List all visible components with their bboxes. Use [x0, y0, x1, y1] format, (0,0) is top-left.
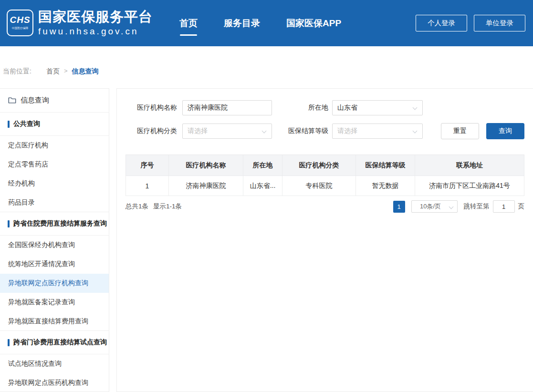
settlement-level-select[interactable]: 请选择 — [332, 124, 423, 139]
query-button[interactable]: 查询 — [486, 123, 524, 139]
nav-home[interactable]: 首页 — [179, 17, 198, 30]
sidebar-item-label: 定点零售药店 — [8, 160, 48, 169]
sidebar-item-label: 药品目录 — [8, 198, 35, 207]
institution-name-input[interactable] — [182, 100, 272, 115]
sidebar-section-cross-province-inpatient: 跨省住院费用直接结算服务查询 — [0, 212, 109, 236]
col-category: 医疗机构分类 — [282, 155, 356, 176]
sidebar-title[interactable]: 信息查询 — [0, 89, 109, 113]
institution-category-label: 医疗机构分类 — [137, 127, 182, 135]
category-select-placeholder: 请选择 — [188, 127, 208, 135]
sidebar-item-national-agency-query[interactable]: 全国医保经办机构查询 — [0, 236, 109, 255]
sidebar-item-designated-medical-institutions[interactable]: 定点医疗机构 — [0, 136, 109, 155]
sidebar-item-label: 统筹地区开通情况查询 — [8, 260, 75, 268]
institution-category-select[interactable]: 请选择 — [182, 124, 272, 139]
page-jump: 跳转至第 页 — [464, 200, 525, 213]
sidebar-title-label: 信息查询 — [21, 96, 49, 105]
main-nav: 首页 服务目录 国家医保APP — [179, 17, 341, 30]
sidebar-item-remote-networked-medical-institution-query[interactable]: 异地联网定点医疗机构查询 — [0, 274, 109, 293]
logo-subtext: 中国医疗保障 — [12, 27, 29, 31]
chevron-down-icon — [449, 205, 453, 209]
brand-logo[interactable]: CHS 中国医疗保障 国家医保服务平台 fuwu.nhsa.gov.cn — [7, 10, 153, 37]
col-institution-name: 医疗机构名称 — [169, 155, 243, 176]
col-settlement-level: 医保结算等级 — [356, 155, 415, 176]
main-panel: 医疗机构名称 所在地 山东省 医疗机构分类 请选择 医保结算等级 请选择 重置 … — [116, 88, 533, 392]
logo-text: CHS — [10, 15, 30, 25]
personal-login-button[interactable]: 个人登录 — [416, 15, 467, 31]
jump-prefix-label: 跳转至第 — [464, 202, 490, 211]
breadcrumb-prefix: 当前位置: — [3, 67, 31, 76]
page-1-button[interactable]: 1 — [393, 201, 405, 213]
table-header: 序号 医疗机构名称 所在地 医疗机构分类 医保结算等级 联系地址 — [126, 155, 524, 176]
sidebar-item-label: 全国医保经办机构查询 — [8, 241, 75, 249]
chevron-down-icon — [262, 129, 267, 134]
content-area: 信息查询 公共查询 定点医疗机构 定点零售药店 经办机构 药品目录 跨省住院费用… — [0, 88, 533, 392]
results-table: 序号 医疗机构名称 所在地 医疗机构分类 医保结算等级 联系地址 1 济南神康医… — [125, 155, 524, 196]
sidebar-item-handling-agencies[interactable]: 经办机构 — [0, 174, 109, 193]
jump-page-input[interactable] — [493, 200, 515, 213]
sidebar-item-remote-filing-record-query[interactable]: 异地就医备案记录查询 — [0, 293, 109, 312]
settlement-level-label: 医保结算等级 — [272, 127, 332, 135]
location-label: 所在地 — [272, 103, 332, 112]
cell-location: 山东省... — [243, 176, 282, 196]
page-size-select[interactable]: 10条/页 — [411, 200, 458, 213]
col-location: 所在地 — [243, 155, 282, 176]
breadcrumb: 当前位置: 首页 > 信息查询 — [0, 46, 533, 88]
search-form-row-1: 医疗机构名称 所在地 山东省 — [125, 100, 524, 115]
sidebar-section-public-query: 公共查询 — [0, 112, 109, 136]
sidebar-item-label: 异地联网定点医疗机构查询 — [8, 279, 88, 288]
table-body: 1 济南神康医院 山东省... 专科医院 暂无数据 济南市历下区工业南路41号 — [126, 176, 524, 196]
sidebar-item-label: 异地联网定点医药机构查询 — [8, 379, 88, 387]
chevron-down-icon — [413, 105, 418, 110]
sidebar-item-designated-retail-pharmacies[interactable]: 定点零售药店 — [0, 155, 109, 174]
sidebar-item-region-opening-query[interactable]: 统筹地区开通情况查询 — [0, 255, 109, 274]
breadcrumb-home-link[interactable]: 首页 — [46, 67, 60, 76]
total-count-text: 总共1条 — [125, 202, 148, 211]
section-heading-label: 跨省住院费用直接结算服务查询 — [13, 219, 107, 228]
table-header-row: 序号 医疗机构名称 所在地 医疗机构分类 医保结算等级 联系地址 — [126, 155, 524, 176]
nav-service-catalog[interactable]: 服务目录 — [224, 17, 260, 30]
section-heading-label: 跨省门诊费用直接结算试点查询 — [13, 338, 107, 347]
section-heading-label: 公共查询 — [13, 120, 40, 128]
pagination-controls: 1 10条/页 跳转至第 页 — [393, 200, 525, 213]
range-text: 显示1-1条 — [153, 202, 182, 211]
location-select[interactable]: 山东省 — [332, 100, 423, 115]
sidebar-item-remote-settlement-fee-query[interactable]: 异地就医直接结算费用查询 — [0, 312, 109, 331]
sidebar-item-label: 经办机构 — [8, 179, 35, 188]
pagination-bar: 总共1条 显示1-1条 1 10条/页 跳转至第 页 — [125, 200, 524, 213]
nav-medical-app[interactable]: 国家医保APP — [286, 17, 341, 30]
page-size-value: 10条/页 — [420, 202, 441, 211]
chevron-down-icon — [413, 129, 418, 134]
jump-suffix-label: 页 — [518, 202, 525, 211]
table-row: 1 济南神康医院 山东省... 专科医院 暂无数据 济南市历下区工业南路41号 — [126, 176, 524, 196]
pagination-summary: 总共1条 显示1-1条 — [125, 202, 182, 211]
breadcrumb-separator: > — [64, 67, 68, 74]
sidebar: 信息查询 公共查询 定点医疗机构 定点零售药店 经办机构 药品目录 跨省住院费用… — [0, 88, 109, 392]
sidebar-item-label: 定点医疗机构 — [8, 141, 48, 150]
sidebar-item-remote-networked-pharmacy-query[interactable]: 异地联网定点医药机构查询 — [0, 373, 109, 392]
top-header: CHS 中国医疗保障 国家医保服务平台 fuwu.nhsa.gov.cn 首页 … — [0, 0, 533, 46]
cell-seq: 1 — [126, 176, 169, 196]
location-select-value: 山东省 — [337, 103, 357, 112]
sidebar-item-pilot-region-query[interactable]: 试点地区情况查询 — [0, 354, 109, 373]
sidebar-item-drug-catalog[interactable]: 药品目录 — [0, 193, 109, 212]
cell-contact-address: 济南市历下区工业南路41号 — [415, 176, 524, 196]
search-form-row-2: 医疗机构分类 请选择 医保结算等级 请选择 重置 查询 — [125, 123, 524, 139]
site-domain: fuwu.nhsa.gov.cn — [38, 26, 153, 37]
login-area: 个人登录 单位登录 — [416, 15, 525, 31]
brand-text: 国家医保服务平台 fuwu.nhsa.gov.cn — [38, 10, 153, 37]
cell-settlement-level: 暂无数据 — [356, 176, 415, 196]
cell-institution-name: 济南神康医院 — [169, 176, 243, 196]
site-title: 国家医保服务平台 — [38, 10, 153, 25]
cell-category: 专科医院 — [282, 176, 356, 196]
form-buttons: 重置 查询 — [441, 123, 524, 139]
sidebar-item-label: 试点地区情况查询 — [8, 360, 62, 368]
org-login-button[interactable]: 单位登录 — [474, 15, 525, 31]
col-seq: 序号 — [126, 155, 169, 176]
nhsa-logo-icon: CHS 中国医疗保障 — [7, 10, 33, 36]
reset-button[interactable]: 重置 — [441, 123, 479, 139]
sidebar-item-label: 异地就医备案记录查询 — [8, 298, 75, 307]
col-contact-address: 联系地址 — [415, 155, 524, 176]
institution-name-label: 医疗机构名称 — [137, 103, 182, 112]
breadcrumb-current[interactable]: 信息查询 — [72, 67, 98, 76]
sidebar-item-label: 异地就医直接结算费用查询 — [8, 317, 88, 326]
